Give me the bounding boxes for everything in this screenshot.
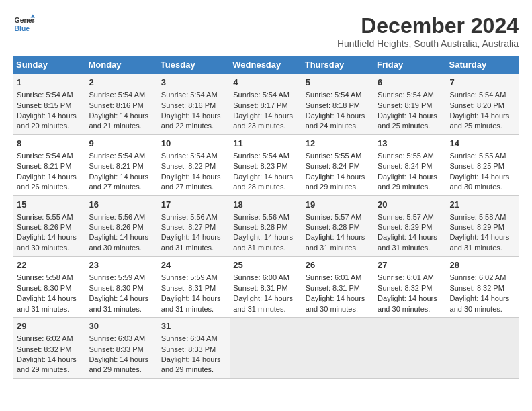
calendar-cell: 5Sunrise: 5:54 AMSunset: 8:18 PMDaylight… <box>302 74 374 134</box>
daylight-label: Daylight: 14 hours and 31 minutes. <box>161 294 221 312</box>
daylight-label: Daylight: 14 hours and 30 minutes. <box>306 294 365 312</box>
page-header: General Blue December 2024 Huntfield Hei… <box>13 13 519 49</box>
daylight-label: Daylight: 14 hours and 25 minutes. <box>378 111 437 130</box>
daylight-label: Daylight: 14 hours and 23 minutes. <box>233 111 293 130</box>
header-row: Sunday Monday Tuesday Wednesday Thursday… <box>13 56 519 74</box>
day-number: 27 <box>378 259 443 271</box>
calendar-cell: 25Sunrise: 6:00 AMSunset: 8:31 PMDayligh… <box>230 257 302 318</box>
sunrise-label: Sunrise: 5:54 AM <box>450 91 506 99</box>
day-number: 8 <box>17 138 82 150</box>
sunset-label: Sunset: 8:30 PM <box>17 284 71 292</box>
day-number: 30 <box>89 320 154 332</box>
day-number: 5 <box>306 77 371 89</box>
calendar-cell: 6Sunrise: 5:54 AMSunset: 8:19 PMDaylight… <box>374 74 446 134</box>
day-number: 28 <box>450 259 515 271</box>
daylight-label: Daylight: 14 hours and 31 minutes. <box>17 294 77 312</box>
calendar-cell: 17Sunrise: 5:56 AMSunset: 8:27 PMDayligh… <box>158 195 230 257</box>
sunrise-label: Sunrise: 5:56 AM <box>233 213 290 221</box>
daylight-label: Daylight: 14 hours and 29 minutes. <box>89 355 148 373</box>
daylight-label: Daylight: 14 hours and 30 minutes. <box>450 294 510 312</box>
sunset-label: Sunset: 8:25 PM <box>450 162 504 170</box>
day-number: 21 <box>450 199 515 211</box>
day-number: 2 <box>89 77 154 89</box>
day-number: 4 <box>233 77 298 89</box>
calendar-cell: 9Sunrise: 5:54 AMSunset: 8:21 PMDaylight… <box>85 134 157 195</box>
sunset-label: Sunset: 8:27 PM <box>161 223 216 231</box>
calendar-cell: 22Sunrise: 5:58 AMSunset: 8:30 PMDayligh… <box>13 257 85 318</box>
sunset-label: Sunset: 8:32 PM <box>378 284 432 292</box>
calendar-cell: 30Sunrise: 6:03 AMSunset: 8:33 PMDayligh… <box>85 318 157 379</box>
day-number: 23 <box>89 259 154 271</box>
daylight-label: Daylight: 14 hours and 31 minutes. <box>233 294 293 312</box>
sunrise-label: Sunrise: 5:54 AM <box>233 152 290 160</box>
day-number: 25 <box>233 259 298 271</box>
sunrise-label: Sunrise: 5:57 AM <box>306 213 362 221</box>
daylight-label: Daylight: 14 hours and 31 minutes. <box>89 294 148 312</box>
day-number: 19 <box>306 199 371 211</box>
sunrise-label: Sunrise: 5:54 AM <box>378 91 434 99</box>
day-number: 22 <box>17 259 82 271</box>
calendar-cell <box>302 318 374 379</box>
daylight-label: Daylight: 14 hours and 30 minutes. <box>89 233 148 251</box>
col-thursday: Thursday <box>302 56 374 74</box>
sunrise-label: Sunrise: 5:54 AM <box>89 91 145 99</box>
calendar-cell: 27Sunrise: 6:01 AMSunset: 8:32 PMDayligh… <box>374 257 446 318</box>
sunset-label: Sunset: 8:32 PM <box>17 345 71 353</box>
week-row: 22Sunrise: 5:58 AMSunset: 8:30 PMDayligh… <box>13 257 519 318</box>
calendar-cell <box>230 318 302 379</box>
daylight-label: Daylight: 14 hours and 31 minutes. <box>161 233 221 251</box>
col-sunday: Sunday <box>13 56 85 74</box>
sunrise-label: Sunrise: 5:55 AM <box>17 213 73 221</box>
sunset-label: Sunset: 8:29 PM <box>450 223 504 231</box>
sunrise-label: Sunrise: 6:03 AM <box>89 334 145 342</box>
daylight-label: Daylight: 14 hours and 21 minutes. <box>89 111 148 130</box>
title-block: December 2024 Huntfield Heights, South A… <box>337 13 519 49</box>
sunrise-label: Sunrise: 5:54 AM <box>89 152 145 160</box>
sunset-label: Sunset: 8:18 PM <box>306 101 360 109</box>
calendar-cell: 8Sunrise: 5:54 AMSunset: 8:21 PMDaylight… <box>13 134 85 195</box>
week-row: 1Sunrise: 5:54 AMSunset: 8:15 PMDaylight… <box>13 74 519 134</box>
day-number: 29 <box>17 320 82 332</box>
sunset-label: Sunset: 8:20 PM <box>450 101 504 109</box>
sunset-label: Sunset: 8:26 PM <box>89 223 143 231</box>
sunset-label: Sunset: 8:28 PM <box>306 223 360 231</box>
week-row: 8Sunrise: 5:54 AMSunset: 8:21 PMDaylight… <box>13 134 519 195</box>
sunset-label: Sunset: 8:24 PM <box>306 162 360 170</box>
day-number: 15 <box>17 199 82 211</box>
sunrise-label: Sunrise: 6:00 AM <box>233 273 290 281</box>
day-number: 7 <box>450 77 515 89</box>
sunrise-label: Sunrise: 5:55 AM <box>378 152 434 160</box>
day-number: 3 <box>161 77 226 89</box>
sunrise-label: Sunrise: 5:59 AM <box>89 273 145 281</box>
sunrise-label: Sunrise: 6:04 AM <box>161 334 218 342</box>
sunrise-label: Sunrise: 5:54 AM <box>161 152 218 160</box>
sunrise-label: Sunrise: 5:54 AM <box>17 152 73 160</box>
calendar-cell <box>374 318 446 379</box>
sunset-label: Sunset: 8:32 PM <box>450 284 504 292</box>
calendar-cell: 11Sunrise: 5:54 AMSunset: 8:23 PMDayligh… <box>230 134 302 195</box>
daylight-label: Daylight: 14 hours and 29 minutes. <box>161 355 221 373</box>
daylight-label: Daylight: 14 hours and 24 minutes. <box>306 111 365 130</box>
day-number: 12 <box>306 138 371 150</box>
day-number: 24 <box>161 259 226 271</box>
svg-marker-2 <box>31 15 35 18</box>
sunset-label: Sunset: 8:31 PM <box>161 284 216 292</box>
day-number: 11 <box>233 138 298 150</box>
sunset-label: Sunset: 8:17 PM <box>233 101 287 109</box>
sunrise-label: Sunrise: 5:54 AM <box>161 91 218 99</box>
sunrise-label: Sunrise: 5:54 AM <box>17 91 73 99</box>
daylight-label: Daylight: 14 hours and 30 minutes. <box>450 173 510 191</box>
day-number: 1 <box>17 77 82 89</box>
sunset-label: Sunset: 8:21 PM <box>17 162 71 170</box>
sunrise-label: Sunrise: 5:58 AM <box>450 213 506 221</box>
svg-text:Blue: Blue <box>15 25 30 32</box>
day-number: 20 <box>378 199 443 211</box>
calendar-cell: 13Sunrise: 5:55 AMSunset: 8:24 PMDayligh… <box>374 134 446 195</box>
calendar-table: Sunday Monday Tuesday Wednesday Thursday… <box>13 56 519 379</box>
daylight-label: Daylight: 14 hours and 30 minutes. <box>378 294 437 312</box>
sunrise-label: Sunrise: 5:55 AM <box>306 152 362 160</box>
daylight-label: Daylight: 14 hours and 20 minutes. <box>17 111 77 130</box>
sunset-label: Sunset: 8:16 PM <box>89 101 143 109</box>
calendar-cell: 18Sunrise: 5:56 AMSunset: 8:28 PMDayligh… <box>230 195 302 257</box>
calendar-cell: 20Sunrise: 5:57 AMSunset: 8:29 PMDayligh… <box>374 195 446 257</box>
